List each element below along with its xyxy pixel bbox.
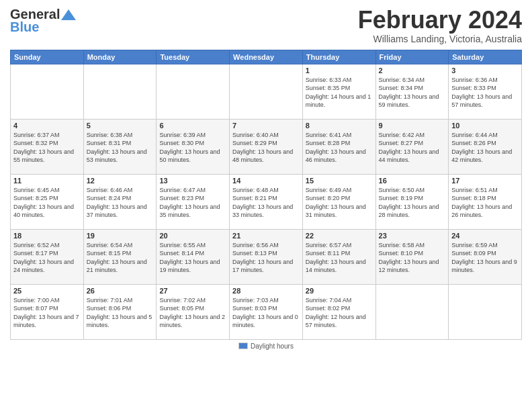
day-number: 16 <box>379 177 446 185</box>
day-info: Sunrise: 7:02 AM Sunset: 8:05 PM Dayligh… <box>159 296 226 330</box>
calendar-day-cell: 19Sunrise: 6:54 AM Sunset: 8:15 PM Dayli… <box>83 229 157 284</box>
day-number: 23 <box>379 232 446 240</box>
day-number: 24 <box>451 232 519 240</box>
location-subtitle: Williams Landing, Victoria, Australia <box>358 34 522 44</box>
day-number: 27 <box>159 287 226 295</box>
day-info: Sunrise: 7:00 AM Sunset: 8:07 PM Dayligh… <box>13 296 81 330</box>
day-number: 20 <box>159 232 226 240</box>
calendar-day-cell: 7Sunrise: 6:40 AM Sunset: 8:29 PM Daylig… <box>230 119 303 174</box>
day-number: 12 <box>87 177 154 185</box>
calendar-day-cell: 20Sunrise: 6:55 AM Sunset: 8:14 PM Dayli… <box>157 229 230 284</box>
day-info: Sunrise: 6:37 AM Sunset: 8:32 PM Dayligh… <box>13 131 81 165</box>
day-number: 19 <box>87 232 154 240</box>
calendar-day-cell: 17Sunrise: 6:51 AM Sunset: 8:18 PM Dayli… <box>449 174 522 229</box>
calendar-week-row: 4Sunrise: 6:37 AM Sunset: 8:32 PM Daylig… <box>11 119 522 174</box>
legend-color-box <box>238 342 248 349</box>
day-info: Sunrise: 6:34 AM Sunset: 8:34 PM Dayligh… <box>379 76 446 109</box>
calendar-day-cell: 1Sunrise: 6:33 AM Sunset: 8:35 PM Daylig… <box>302 64 375 119</box>
calendar-header-cell: Tuesday <box>157 50 230 64</box>
calendar-week-row: 11Sunrise: 6:45 AM Sunset: 8:25 PM Dayli… <box>11 174 522 229</box>
day-number: 26 <box>87 287 154 295</box>
calendar-day-cell: 11Sunrise: 6:45 AM Sunset: 8:25 PM Dayli… <box>11 174 84 229</box>
calendar-week-row: 18Sunrise: 6:52 AM Sunset: 8:17 PM Dayli… <box>11 229 522 284</box>
day-number: 28 <box>232 287 300 295</box>
calendar-day-cell: 13Sunrise: 6:47 AM Sunset: 8:23 PM Dayli… <box>157 174 230 229</box>
day-number: 8 <box>306 122 373 130</box>
legend-label: Daylight hours <box>251 342 294 350</box>
calendar-day-cell: 4Sunrise: 6:37 AM Sunset: 8:32 PM Daylig… <box>11 119 84 174</box>
legend-item: Daylight hours <box>238 342 294 350</box>
calendar-day-cell: 21Sunrise: 6:56 AM Sunset: 8:13 PM Dayli… <box>230 229 303 284</box>
day-info: Sunrise: 6:52 AM Sunset: 8:17 PM Dayligh… <box>13 241 81 275</box>
calendar-day-cell <box>375 284 449 339</box>
calendar-day-cell: 29Sunrise: 7:04 AM Sunset: 8:02 PM Dayli… <box>302 284 375 339</box>
calendar-week-row: 25Sunrise: 7:00 AM Sunset: 8:07 PM Dayli… <box>11 284 522 339</box>
day-info: Sunrise: 6:59 AM Sunset: 8:09 PM Dayligh… <box>451 241 519 275</box>
day-number: 11 <box>13 177 81 185</box>
day-number: 3 <box>451 66 519 75</box>
calendar-day-cell: 18Sunrise: 6:52 AM Sunset: 8:17 PM Dayli… <box>11 229 84 284</box>
day-info: Sunrise: 7:03 AM Sunset: 8:03 PM Dayligh… <box>232 296 300 330</box>
day-info: Sunrise: 6:57 AM Sunset: 8:11 PM Dayligh… <box>306 241 373 275</box>
day-info: Sunrise: 6:46 AM Sunset: 8:24 PM Dayligh… <box>87 186 154 220</box>
calendar-day-cell: 3Sunrise: 6:36 AM Sunset: 8:33 PM Daylig… <box>449 64 522 119</box>
calendar-week-row: 1Sunrise: 6:33 AM Sunset: 8:35 PM Daylig… <box>11 64 522 119</box>
calendar-day-cell <box>230 64 303 119</box>
day-number: 21 <box>232 232 300 240</box>
day-info: Sunrise: 6:38 AM Sunset: 8:31 PM Dayligh… <box>87 131 154 165</box>
calendar-day-cell: 25Sunrise: 7:00 AM Sunset: 8:07 PM Dayli… <box>11 284 84 339</box>
calendar-day-cell: 5Sunrise: 6:38 AM Sunset: 8:31 PM Daylig… <box>83 119 157 174</box>
calendar-day-cell: 26Sunrise: 7:01 AM Sunset: 8:06 PM Dayli… <box>83 284 157 339</box>
calendar-day-cell: 10Sunrise: 6:44 AM Sunset: 8:26 PM Dayli… <box>449 119 522 174</box>
day-info: Sunrise: 7:04 AM Sunset: 8:02 PM Dayligh… <box>306 296 373 330</box>
day-info: Sunrise: 6:58 AM Sunset: 8:10 PM Dayligh… <box>379 241 446 275</box>
calendar-header-row: SundayMondayTuesdayWednesdayThursdayFrid… <box>11 50 522 64</box>
calendar-day-cell: 12Sunrise: 6:46 AM Sunset: 8:24 PM Dayli… <box>83 174 157 229</box>
day-number: 13 <box>159 177 226 185</box>
day-info: Sunrise: 6:54 AM Sunset: 8:15 PM Dayligh… <box>87 241 154 275</box>
day-number: 5 <box>87 122 154 130</box>
page: General Blue February 2024 Williams Land… <box>0 0 532 411</box>
calendar-header-cell: Wednesday <box>230 50 303 64</box>
day-number: 9 <box>379 122 446 130</box>
calendar-day-cell <box>11 64 84 119</box>
day-info: Sunrise: 6:56 AM Sunset: 8:13 PM Dayligh… <box>232 241 300 275</box>
calendar-table: SundayMondayTuesdayWednesdayThursdayFrid… <box>10 50 522 340</box>
day-number: 4 <box>13 122 81 130</box>
day-number: 7 <box>232 122 300 130</box>
svg-marker-0 <box>61 9 76 20</box>
calendar-day-cell <box>157 64 230 119</box>
calendar-day-cell: 23Sunrise: 6:58 AM Sunset: 8:10 PM Dayli… <box>375 229 449 284</box>
day-number: 22 <box>306 232 373 240</box>
calendar-day-cell: 22Sunrise: 6:57 AM Sunset: 8:11 PM Dayli… <box>302 229 375 284</box>
day-info: Sunrise: 6:45 AM Sunset: 8:25 PM Dayligh… <box>13 186 81 220</box>
calendar-header-cell: Friday <box>375 50 449 64</box>
day-number: 6 <box>159 122 226 130</box>
title-block: February 2024 Williams Landing, Victoria… <box>358 7 522 44</box>
day-info: Sunrise: 6:44 AM Sunset: 8:26 PM Dayligh… <box>451 131 519 165</box>
calendar-header-cell: Saturday <box>449 50 522 64</box>
calendar-day-cell <box>83 64 157 119</box>
day-info: Sunrise: 6:50 AM Sunset: 8:19 PM Dayligh… <box>379 186 446 220</box>
day-number: 10 <box>451 122 519 130</box>
logo-blue: Blue <box>10 19 39 35</box>
day-info: Sunrise: 6:55 AM Sunset: 8:14 PM Dayligh… <box>159 241 226 275</box>
day-info: Sunrise: 6:48 AM Sunset: 8:21 PM Dayligh… <box>232 186 300 220</box>
calendar-day-cell: 27Sunrise: 7:02 AM Sunset: 8:05 PM Dayli… <box>157 284 230 339</box>
calendar-day-cell: 9Sunrise: 6:42 AM Sunset: 8:27 PM Daylig… <box>375 119 449 174</box>
logo: General Blue <box>10 7 76 35</box>
day-number: 1 <box>306 66 373 75</box>
calendar-day-cell: 28Sunrise: 7:03 AM Sunset: 8:03 PM Dayli… <box>230 284 303 339</box>
day-number: 18 <box>13 232 81 240</box>
day-info: Sunrise: 6:42 AM Sunset: 8:27 PM Dayligh… <box>379 131 446 165</box>
calendar-day-cell: 2Sunrise: 6:34 AM Sunset: 8:34 PM Daylig… <box>375 64 449 119</box>
calendar-day-cell: 14Sunrise: 6:48 AM Sunset: 8:21 PM Dayli… <box>230 174 303 229</box>
day-info: Sunrise: 6:47 AM Sunset: 8:23 PM Dayligh… <box>159 186 226 220</box>
footer: Daylight hours <box>10 342 522 350</box>
logo-icon <box>61 9 76 20</box>
day-number: 25 <box>13 287 81 295</box>
day-number: 29 <box>306 287 373 295</box>
calendar-header-cell: Thursday <box>302 50 375 64</box>
day-number: 14 <box>232 177 300 185</box>
day-number: 2 <box>379 66 446 75</box>
